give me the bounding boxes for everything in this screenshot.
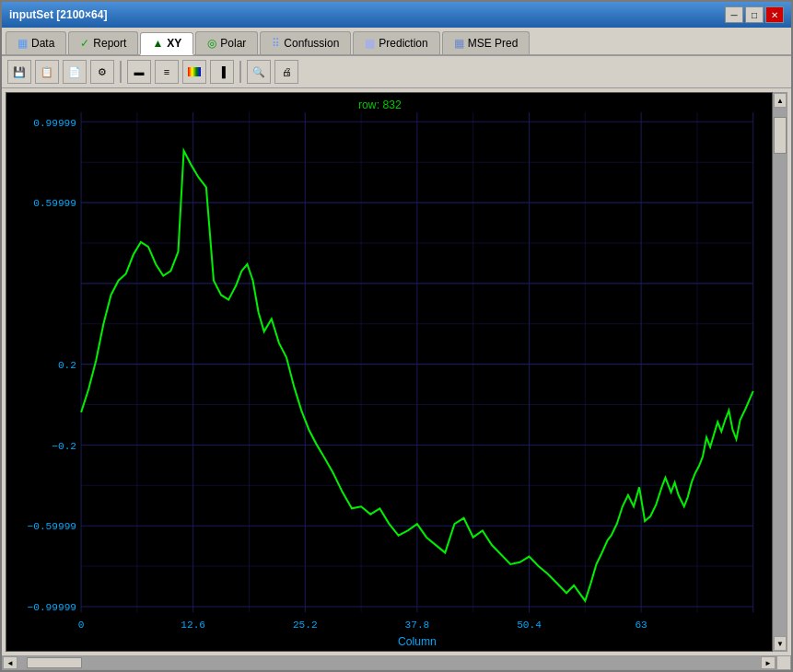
copy-button[interactable]: 📋 [35,60,59,84]
prediction-tab-icon: ▦ [365,37,375,50]
scroll-thumb[interactable] [774,117,787,154]
y-label-1: 0.99999 [33,117,76,128]
report-tab-icon: ✓ [80,37,89,50]
zoom-icon: 🔍 [252,66,265,78]
h-scroll-thumb[interactable] [27,657,82,668]
prediction-tab-label: Prediction [379,37,427,50]
svg-rect-0 [6,93,772,651]
mixed-icon: ▐ [218,66,226,77]
paste-button[interactable]: 📄 [63,60,87,84]
h-scroll-track[interactable] [17,656,761,669]
y-label-2: 0.59999 [33,198,76,209]
row-label: row: 832 [358,98,402,111]
mixed-button[interactable]: ▐ [210,60,234,84]
tab-xy[interactable]: ▲ XY [140,32,193,55]
bar-chart-icon: ▬ [134,66,145,77]
tab-prediction[interactable]: ▦ Prediction [353,31,439,54]
close-button[interactable]: ✕ [765,6,784,23]
maximize-button[interactable]: □ [745,6,764,23]
settings-icon: ⚙ [98,66,107,78]
mse-tab-label: MSE Pred [468,37,519,50]
tab-bar: ▦ Data ✓ Report ▲ XY ◎ Polar ⠿ Confussio… [2,28,791,56]
y-label-4: −0.2 [52,440,76,451]
print-button[interactable]: 🖨 [274,60,298,84]
settings-button[interactable]: ⚙ [90,60,114,84]
color-icon [188,67,201,76]
paste-icon: 📄 [68,66,81,78]
bar-chart-button[interactable]: ▬ [127,60,151,84]
y-label-5: −0.59999 [28,521,76,532]
tab-data[interactable]: ▦ Data [6,31,66,54]
scrollbar-corner [776,655,791,670]
report-tab-label: Report [93,37,126,50]
chart-area: row: 832 0.99999 0.59999 0.2 −0.2 −0.599… [6,92,773,652]
confussion-tab-label: Confussion [284,37,339,50]
tab-report[interactable]: ✓ Report [68,31,138,54]
tab-mse-pred[interactable]: ▦ MSE Pred [442,31,531,54]
data-tab-icon: ▦ [17,37,28,50]
horizontal-scrollbar-container: ◄ ► [2,655,791,670]
polar-tab-label: Polar [220,37,246,50]
xy-tab-label: XY [167,37,181,50]
xy-tab-icon: ▲ [152,37,163,50]
main-window: inputSet [2100×64] ─ □ ✕ ▦ Data ✓ Report… [0,0,793,672]
line-chart-icon: ≡ [164,66,169,77]
scroll-up-button[interactable]: ▲ [774,93,787,108]
x-label-1: 12.6 [181,620,205,631]
x-label-4: 50.4 [517,620,542,631]
zoom-button[interactable]: 🔍 [247,60,271,84]
copy-icon: 📋 [41,66,53,78]
data-tab-label: Data [31,37,54,50]
x-label-0: 0 [78,620,85,631]
x-label-3: 37.8 [405,620,430,631]
x-axis-title: Column [398,635,437,648]
chart-svg: row: 832 0.99999 0.59999 0.2 −0.2 −0.599… [6,93,772,651]
x-label-5: 63 [635,620,647,631]
scroll-left-button[interactable]: ◄ [3,656,17,669]
scroll-track[interactable] [774,108,787,636]
tab-polar[interactable]: ◎ Polar [195,31,258,54]
line-chart-button[interactable]: ≡ [155,60,179,84]
color-button[interactable] [182,60,206,84]
scroll-right-button[interactable]: ► [761,656,776,669]
save-button[interactable]: 💾 [7,60,31,84]
mse-tab-icon: ▦ [454,37,464,50]
confussion-tab-icon: ⠿ [272,37,280,50]
minimize-button[interactable]: ─ [725,6,743,23]
polar-tab-icon: ◎ [207,37,216,50]
vertical-scrollbar: ▲ ▼ [773,92,787,652]
save-icon: 💾 [13,66,26,78]
title-bar: inputSet [2100×64] ─ □ ✕ [2,2,791,28]
tab-confussion[interactable]: ⠿ Confussion [260,31,351,54]
x-label-2: 25.2 [293,620,318,631]
toolbar-separator-1 [120,61,122,83]
toolbar-separator-2 [239,61,241,83]
y-label-3: 0.2 [58,360,76,371]
y-label-6: −0.99999 [28,602,76,613]
chart-container: row: 832 0.99999 0.59999 0.2 −0.2 −0.599… [2,88,791,655]
print-icon: 🖨 [282,66,292,77]
window-title: inputSet [2100×64] [9,8,107,21]
title-bar-buttons: ─ □ ✕ [725,6,784,23]
toolbar: 💾 📋 📄 ⚙ ▬ ≡ ▐ 🔍 🖨 [2,56,791,88]
horizontal-scrollbar[interactable]: ◄ ► [2,655,776,670]
scroll-down-button[interactable]: ▼ [774,636,787,651]
